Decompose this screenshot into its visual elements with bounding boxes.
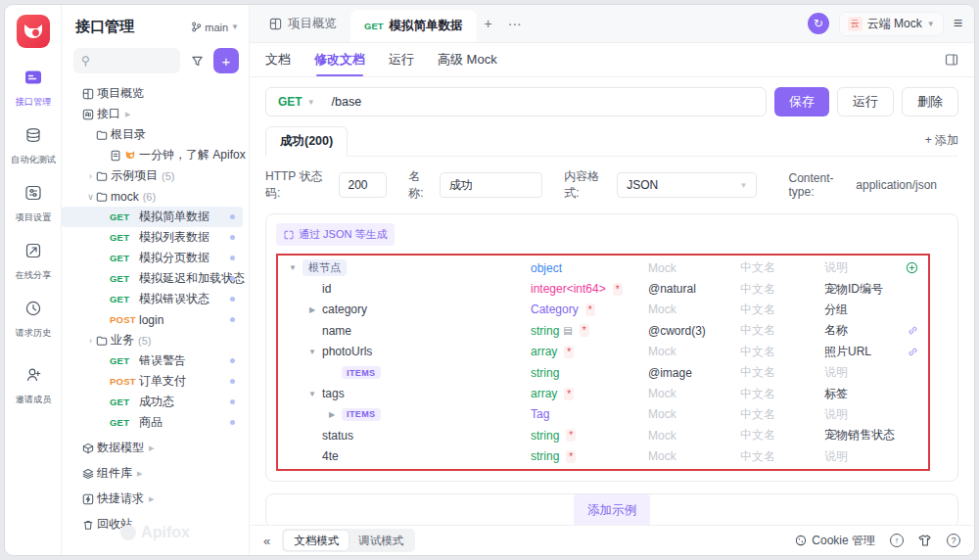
response-tab-success[interactable]: 成功(200) [265, 126, 348, 157]
rail-item-settings[interactable]: 项目设置 [9, 183, 58, 224]
cn-name-value[interactable]: 中文名 [740, 446, 775, 467]
environment-selector[interactable]: 云 云端 Mock ▼ [839, 12, 944, 36]
cn-name-value[interactable]: 中文名 [740, 342, 775, 362]
tree-item-成功态[interactable]: GET成功态 [62, 392, 243, 412]
cn-name-value[interactable]: 中文名 [740, 425, 775, 445]
cn-name-value[interactable]: 中文名 [740, 383, 775, 403]
mock-value[interactable]: @image [648, 362, 692, 383]
tree-item-快捷请求[interactable]: 快捷请求▶ [62, 489, 243, 509]
mock-value[interactable]: Mock [648, 404, 676, 425]
rail-item-automation[interactable]: 自动化测试 [9, 125, 58, 166]
add-child-button[interactable] [906, 257, 918, 278]
schema-row-ITEMS[interactable]: ▶ITEMSTagMock中文名说明 [278, 404, 928, 425]
cn-name-value[interactable]: 中文名 [740, 257, 775, 278]
run-button[interactable]: 运行 [837, 87, 894, 117]
cn-name-value[interactable]: 中文名 [740, 320, 775, 341]
description-value[interactable]: 说明 [824, 257, 848, 278]
mock-value[interactable]: Mock [648, 425, 676, 445]
mock-value[interactable]: Mock [648, 446, 676, 467]
panel-toggle-icon[interactable] [945, 53, 958, 67]
schema-row-4te[interactable]: 4testring*Mock中文名说明 [278, 446, 928, 467]
status-code-input[interactable]: 200 [339, 172, 388, 198]
description-value[interactable]: 宠物ID编号 [824, 278, 883, 299]
description-value[interactable]: 说明 [824, 446, 848, 467]
theme-shirt-icon[interactable] [918, 534, 932, 547]
schema-row-ITEMS[interactable]: ITEMSstring@image中文名说明 [278, 362, 928, 383]
rail-item-share[interactable]: 在线分享 [9, 241, 58, 282]
search-input[interactable]: ⚲ [73, 48, 180, 73]
add-api-button[interactable]: + [213, 48, 239, 73]
generate-from-json-button[interactable]: 通过 JSON 等生成 [276, 223, 395, 246]
schema-row-根节点[interactable]: ▼根节点objectMock中文名说明 [278, 257, 928, 278]
doc-tab-高级 Mock[interactable]: 高级 Mock [438, 43, 497, 76]
description-value[interactable]: 分组 [824, 300, 848, 320]
link-button[interactable] [908, 320, 918, 341]
tree-item-一分钟，了解 Apifox！[interactable]: 一分钟，了解 Apifox！ [62, 145, 243, 165]
schema-row-name[interactable]: namestring▤*@cword(3)中文名名称 [278, 320, 928, 341]
update-icon[interactable]: ↑ [890, 534, 904, 547]
description-value[interactable]: 说明 [824, 404, 848, 425]
tree-item-模拟延迟和加载状态[interactable]: GET模拟延迟和加载状态 [62, 268, 243, 289]
apifox-logo[interactable] [17, 15, 50, 48]
delete-button[interactable]: 删除 [902, 87, 958, 117]
cn-name-value[interactable]: 中文名 [740, 362, 775, 383]
schema-row-status[interactable]: statusstring*Mock中文名宠物销售状态 [278, 425, 928, 445]
rail-item-invite[interactable]: 邀请成员 [9, 365, 58, 406]
method-select[interactable]: GET ▼ [266, 95, 324, 109]
tree-item-根目录[interactable]: 根目录 [62, 124, 243, 145]
description-value[interactable]: 说明 [824, 362, 848, 383]
add-response-button[interactable]: + 添加 [925, 132, 958, 156]
mock-value[interactable]: @cword(3) [648, 320, 706, 341]
mode-debug[interactable]: 调试模式 [349, 531, 413, 550]
description-value[interactable]: 标签 [824, 383, 848, 403]
tree-item-接口[interactable]: 接口▶ [62, 104, 243, 124]
link-button[interactable] [908, 342, 918, 362]
description-value[interactable]: 照片URL [824, 342, 871, 362]
mock-value[interactable]: Mock [648, 342, 676, 362]
tree-item-模拟分页数据[interactable]: GET模拟分页数据 [62, 248, 243, 268]
schema-row-id[interactable]: idinteger<int64>*@natural中文名宠物ID编号 [278, 278, 928, 299]
doc-tab-修改文档[interactable]: 修改文档 [314, 43, 365, 76]
tree-item-示例项目[interactable]: ›示例项目(5) [62, 165, 243, 186]
tree-item-项目概览[interactable]: 项目概览 [62, 83, 243, 104]
tree-item-错误警告[interactable]: GET错误警告 [62, 350, 243, 371]
response-name-input[interactable]: 成功 [440, 172, 543, 198]
mock-value[interactable]: Mock [648, 300, 676, 320]
mock-value[interactable]: Mock [648, 257, 676, 278]
cn-name-value[interactable]: 中文名 [740, 278, 775, 299]
save-button[interactable]: 保存 [774, 87, 829, 117]
cookie-manager[interactable]: Cookie 管理 [795, 533, 875, 549]
schema-row-tags[interactable]: ▼tagsarray*Mock中文名标签 [278, 383, 928, 403]
tab-project-overview[interactable]: 项目概览 [256, 5, 350, 42]
tree-item-mock[interactable]: ∨mock(6) [62, 186, 243, 207]
url-input[interactable]: /base [324, 95, 362, 109]
format-select[interactable]: JSON▼ [617, 172, 757, 198]
tree-item-组件库[interactable]: 组件库▶ [62, 463, 243, 484]
description-value[interactable]: 宠物销售状态 [824, 425, 895, 445]
add-example-button[interactable]: 添加示例 [574, 494, 650, 525]
description-value[interactable]: 名称 [824, 320, 848, 341]
sync-icon[interactable]: ↻ [808, 13, 829, 34]
rail-item-api-manage[interactable]: 接口管理 [9, 68, 58, 109]
tree-item-数据模型[interactable]: 数据模型▶ [62, 438, 243, 458]
tree-item-模拟错误状态[interactable]: GET模拟错误状态 [62, 289, 243, 309]
cn-name-value[interactable]: 中文名 [740, 404, 775, 425]
schema-row-category[interactable]: ▶categoryCategory*Mock中文名分组 [278, 300, 928, 320]
collapse-sidebar-icon[interactable]: « [263, 534, 270, 548]
tab-current-api[interactable]: GET 模拟简单数据 [350, 10, 477, 42]
filter-icon[interactable] [186, 48, 208, 73]
tab-more-button[interactable]: ··· [500, 16, 530, 31]
rail-item-history[interactable]: 请求历史 [9, 299, 58, 340]
schema-row-photoUrls[interactable]: ▼photoUrlsarray*Mock中文名照片URL [278, 342, 928, 362]
cn-name-value[interactable]: 中文名 [740, 300, 775, 320]
new-tab-button[interactable]: + [477, 16, 500, 31]
tree-item-login[interactable]: POSTlogin [62, 309, 243, 330]
tree-item-商品[interactable]: GET商品 [62, 412, 243, 433]
tree-item-业务[interactable]: ›业务(5) [62, 330, 243, 350]
mode-doc[interactable]: 文档模式 [284, 531, 349, 550]
doc-tab-文档[interactable]: 文档 [265, 43, 291, 76]
branch-selector[interactable]: main ▼ [191, 22, 239, 33]
help-icon[interactable]: ? [947, 534, 960, 547]
tree-item-模拟简单数据[interactable]: GET模拟简单数据 [62, 207, 243, 227]
mock-value[interactable]: Mock [648, 383, 676, 403]
